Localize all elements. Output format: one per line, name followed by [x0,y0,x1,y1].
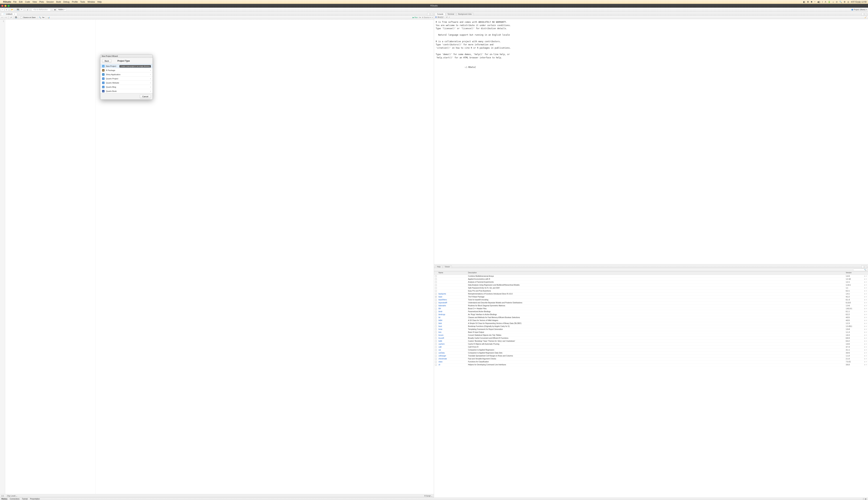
print-button[interactable]: 🖨 [26,8,29,11]
package-checkbox[interactable] [435,349,437,351]
package-checkbox[interactable] [435,331,437,333]
package-row[interactable]: cellrangerTranslate Spreadsheet Cell Ran… [434,354,868,357]
outline-button[interactable]: ≡ [432,16,433,19]
package-name-link[interactable]: backports [438,293,467,295]
package-checkbox[interactable] [435,311,437,312]
menu-profile[interactable]: Profile [72,1,78,3]
package-name-link[interactable]: callr [438,346,467,348]
package-web-icon[interactable]: ⊕ [864,278,865,280]
package-web-icon[interactable]: ⊕ [864,296,865,298]
package-web-icon[interactable]: ⊕ [864,343,865,345]
package-remove-icon[interactable]: ✕ [866,296,867,298]
package-remove-icon[interactable]: ✕ [866,293,867,295]
console-output[interactable]: R is free software and comes with ABSOLU… [434,19,868,264]
window-close-button[interactable] [1,5,3,7]
cancel-button[interactable]: Cancel [140,95,151,98]
source-on-save-checkbox[interactable] [20,16,22,19]
project-type-quarto-project[interactable]: ▸Quarto Project› [100,77,152,81]
menu-build[interactable]: Build [56,1,61,3]
package-row[interactable]: Easy Pre and Post Assertions0.2.1⊕✕ [434,289,868,293]
project-type-r-package[interactable]: ▸R Package› [100,68,152,72]
new-project-button[interactable]: ▸ [5,8,8,11]
save-button[interactable]: 💾 [16,8,20,11]
save-button[interactable]: 💾 [15,16,17,19]
find-button[interactable]: 🔍 [39,16,41,19]
package-name-link[interactable]: brio [438,331,467,333]
package-checkbox[interactable] [435,278,437,280]
project-type-quarto-book[interactable]: ▸Quarto Book› [100,89,152,93]
siri-icon[interactable]: ◎ [847,1,849,3]
package-row[interactable]: bit64A S3 Class for Vectors of 64bit Int… [434,319,868,322]
package-row[interactable]: Combine Multidimensional Arrays1.4-5⊕✕ [434,275,868,278]
menu-edit[interactable]: Edit [19,1,23,3]
package-remove-icon[interactable]: ✕ [866,278,867,280]
package-web-icon[interactable]: ⊕ [864,361,865,363]
package-remove-icon[interactable]: ✕ [866,302,867,304]
package-web-icon[interactable]: ⊕ [864,293,865,295]
package-web-icon[interactable]: ⊕ [864,308,865,309]
package-web-icon[interactable]: ⊕ [864,284,865,286]
package-remove-icon[interactable]: ✕ [866,290,867,292]
package-row[interactable]: cliHelpers for Developing Command Line I… [434,363,868,366]
package-web-icon[interactable]: ⊕ [864,319,865,321]
back-button[interactable]: Back [102,59,112,63]
package-remove-icon[interactable]: ✕ [866,346,867,348]
package-web-icon[interactable]: ⊕ [864,317,865,318]
package-web-icon[interactable]: ⊕ [864,275,865,277]
package-checkbox[interactable] [435,317,437,318]
packages-search-input[interactable]: 🔍 [853,269,867,271]
package-remove-icon[interactable]: ✕ [866,328,867,330]
package-name-link[interactable]: bdsmatrix [438,305,467,307]
package-web-icon[interactable]: ⊕ [864,355,865,357]
package-web-icon[interactable]: ⊕ [864,299,865,301]
package-name-link[interactable]: cellranger [438,355,467,357]
package-row[interactable]: ✓baseThe R Base Package4.2.2⊕✕ [434,295,868,298]
tab-connections[interactable]: Connections [10,498,20,500]
package-remove-icon[interactable]: ✕ [866,340,867,342]
forward-nav-button[interactable]: ⟹ [4,16,7,19]
wand-button[interactable]: ✎▾ [42,16,44,19]
app-name[interactable]: RStudio [3,1,11,3]
package-web-icon[interactable]: ⊕ [864,352,865,354]
package-name-link[interactable]: blob [438,322,467,324]
package-remove-icon[interactable]: ✕ [866,358,867,360]
package-name-link[interactable]: car [438,349,467,351]
control-center-icon[interactable]: ⚙ [844,1,846,3]
menu-window[interactable]: Window [88,1,95,3]
package-checkbox[interactable] [435,361,437,363]
packages-list[interactable]: Combine Multidimensional Arrays1.4-5⊕✕Ap… [434,275,868,498]
package-name-link[interactable]: bit64 [438,319,467,321]
tab-presentation[interactable]: Presentation [30,498,40,500]
clear-console-button[interactable]: 🧹 [865,16,867,18]
package-name-link[interactable]: bslib [438,340,467,342]
package-web-icon[interactable]: ⊕ [864,349,865,351]
menu-tools[interactable]: Tools [80,1,85,3]
package-checkbox[interactable] [435,284,437,286]
source-tab[interactable]: 📄 Untitled1 ✕ [1,13,17,15]
project-type-quarto-blog[interactable]: ▸Quarto Blog› [100,85,152,89]
package-name-link[interactable]: checkmate [438,358,467,360]
save-all-button[interactable]: ⎘ [20,8,23,11]
scope-selector[interactable]: (Top Level) ⌄ [7,495,18,497]
package-remove-icon[interactable]: ✕ [866,287,867,289]
package-web-icon[interactable]: ⊕ [864,314,865,316]
tab-console[interactable]: Console [435,13,445,15]
package-row[interactable]: classFunctions for Classification7.3-21⊕… [434,361,868,363]
package-checkbox[interactable] [435,334,437,336]
rerun-button[interactable]: ↻▾ [419,16,421,19]
package-web-icon[interactable]: ⊕ [864,340,865,342]
open-file-button[interactable]: 📂 [11,8,14,11]
source-editor[interactable]: 1 [0,20,434,494]
package-checkbox[interactable] [435,337,437,339]
package-checkbox[interactable] [435,355,437,357]
package-remove-icon[interactable]: ✕ [866,275,867,277]
package-web-icon[interactable]: ⊕ [864,322,865,324]
package-web-icon[interactable]: ⊕ [864,346,865,348]
package-checkbox[interactable] [435,340,437,342]
package-checkbox[interactable] [435,275,437,277]
package-checkbox[interactable] [435,326,437,327]
window-zoom-button[interactable] [8,5,10,7]
package-name-link[interactable]: bruceR [438,337,467,339]
tab-tutorial[interactable]: Tutorial [22,498,27,500]
menubar-icon[interactable]: ☼ [832,1,834,3]
